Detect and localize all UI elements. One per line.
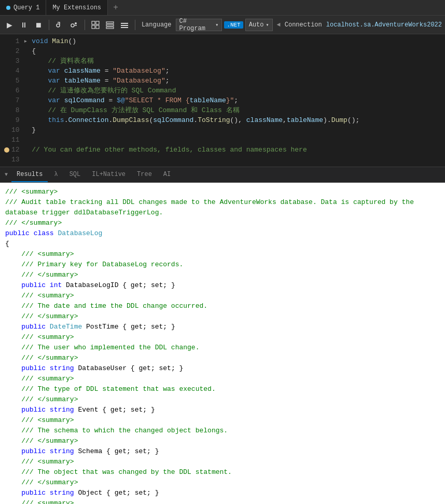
tab-dot — [6, 6, 10, 10]
net-badge: .NET — [224, 21, 243, 29]
code-line-2: { — [24, 46, 440, 56]
code-line-12: // You can define other methods, fields,… — [24, 145, 440, 155]
result-line-16: /// </summary> — [5, 353, 440, 363]
ln-12: 12 — [4, 145, 20, 155]
pause-button[interactable]: ⏸ — [18, 18, 30, 32]
connection-label: Connection — [285, 21, 322, 29]
result-line-12: /// </summary> — [5, 311, 440, 322]
line-numbers: 1 2 3 4 5 6 7 8 9 10 11 12 13 — [0, 36, 24, 165]
result-line-19: /// The type of DDL statement that was e… — [5, 384, 440, 394]
language-dropdown[interactable]: C# Program ▾ — [176, 19, 223, 31]
grid2-button[interactable] — [104, 18, 116, 32]
result-line-27: /// The object that was changed by the D… — [5, 467, 440, 478]
code-area: 1 2 3 4 5 6 7 8 9 10 11 12 13 ▸ void Mai… — [0, 34, 445, 167]
result-line-25: public string Schema { get; set; } — [5, 446, 440, 457]
ln-6: 6 — [4, 86, 20, 96]
code-line-3: // 資料表名稱 — [24, 56, 440, 66]
add-tab-button[interactable]: + — [108, 0, 123, 15]
result-line-6: /// <summary> — [5, 249, 440, 260]
result-line-10: /// <summary> — [5, 291, 440, 301]
ln-9: 9 — [4, 115, 20, 125]
ln-2: 2 — [4, 46, 20, 56]
code-line-7: var sqlCommand = $@"SELECT * FROM {table… — [24, 96, 440, 105]
result-line-8: /// </summary> — [5, 270, 440, 280]
result-line-26: /// <summary> — [5, 457, 440, 467]
code-lines: ▸ void Main() { // 資料表名稱 var className =… — [24, 36, 445, 165]
svg-rect-8 — [106, 24, 114, 26]
result-line-7: /// Primary key for DatabaseLog records. — [5, 260, 440, 270]
svg-rect-5 — [92, 25, 95, 29]
code-line-8: // 在 DumpClass 方法裡放 SQL Command 和 Class … — [24, 105, 440, 115]
separator-1 — [49, 20, 49, 30]
svg-point-1 — [71, 24, 74, 27]
ln-13: 13 — [4, 155, 20, 165]
add-tab-icon: + — [113, 3, 118, 12]
language-label: Language — [142, 21, 172, 29]
code-editor[interactable]: 1 2 3 4 5 6 7 8 9 10 11 12 13 ▸ void Mai… — [0, 34, 445, 167]
results-content: /// <summary> /// Audit table tracking a… — [0, 183, 445, 504]
result-line-9: public int DatabaseLogID { get; set; } — [5, 280, 440, 291]
tab-query1[interactable]: Query 1 — [0, 0, 46, 15]
result-line-18: /// <summary> — [5, 374, 440, 384]
tab-results[interactable]: Results — [11, 167, 48, 182]
tab-lambda[interactable]: λ — [49, 167, 63, 182]
separator-2 — [85, 20, 85, 30]
result-line-17: public string DatabaseUser { get; set; } — [5, 363, 440, 374]
grid-button[interactable] — [89, 18, 102, 32]
svg-point-2 — [75, 22, 77, 24]
tab-extensions[interactable]: My Extensions — [46, 0, 108, 15]
debug1-button[interactable] — [53, 18, 66, 32]
result-line-15: /// The user who implemented the DDL cha… — [5, 343, 440, 353]
auto-arrow-icon: ▾ — [266, 22, 269, 28]
breakpoint-marker — [4, 147, 9, 153]
result-line-20: /// </summary> — [5, 394, 440, 405]
result-line-28: /// </summary> — [5, 478, 440, 488]
connection-value[interactable]: localhost.sa.AdventureWorks2022 — [326, 21, 442, 29]
svg-point-0 — [57, 24, 60, 27]
tab-extensions-label: My Extensions — [52, 4, 101, 11]
ln-4: 4 — [4, 66, 20, 76]
code-line-13 — [24, 155, 440, 165]
code-line-1: ▸ void Main() — [24, 36, 440, 46]
result-line-30: /// <summary> — [5, 498, 440, 504]
code-line-11 — [24, 135, 440, 145]
separator-3 — [135, 20, 135, 30]
auto-dropdown[interactable]: Auto ▾ — [245, 19, 273, 31]
result-line-23: /// The schema to which the changed obje… — [5, 426, 440, 436]
tab-tree[interactable]: Tree — [132, 167, 157, 182]
ln-5: 5 — [4, 76, 20, 86]
ln-10: 10 — [4, 125, 20, 135]
ln-3: 3 — [4, 56, 20, 66]
language-value: C# Program — [179, 18, 214, 32]
connection-area: ◄ Connection localhost.sa.AdventureWorks… — [277, 21, 442, 29]
run-button[interactable]: ▶ — [3, 18, 16, 32]
result-line-24: /// </summary> — [5, 436, 440, 446]
code-line-10: } — [24, 125, 440, 135]
result-line-3: /// </summary> — [5, 218, 440, 228]
result-line-4: public class DatabaseLog — [5, 228, 440, 239]
language-arrow-icon: ▾ — [215, 22, 218, 28]
tab-il-native[interactable]: IL+Native — [87, 167, 131, 182]
result-line-1: /// <summary> — [5, 187, 440, 197]
tab-ai[interactable]: AI — [158, 167, 176, 182]
ln-1: 1 — [4, 36, 20, 46]
code-line-5: var tableName = "DatabaseLog"; — [24, 76, 440, 86]
result-line-14: /// <summary> — [5, 332, 440, 343]
result-line-29: public string Object { get; set; } — [5, 488, 440, 498]
svg-rect-9 — [106, 27, 114, 29]
results-toggle-button[interactable]: ▼ — [2, 171, 10, 179]
svg-rect-3 — [92, 21, 95, 24]
stop-button[interactable]: ⏹ — [32, 18, 45, 32]
svg-rect-11 — [121, 25, 128, 26]
debug2-button[interactable] — [68, 18, 80, 32]
result-line-22: /// <summary> — [5, 415, 440, 426]
svg-rect-10 — [121, 23, 128, 24]
tab-sql[interactable]: SQL — [64, 167, 86, 182]
svg-rect-12 — [121, 27, 128, 28]
result-line-2: /// Audit table tracking all DDL changes… — [5, 197, 440, 218]
result-line-13: public DateTime PostTime { get; set; } — [5, 322, 440, 332]
bar-button[interactable] — [118, 18, 131, 32]
code-line-4: var className = "DatabaseLog"; — [24, 66, 440, 76]
result-line-5: { — [5, 239, 440, 249]
code-line-9: this.Connection.DumpClass(sqlCommand.ToS… — [24, 115, 440, 125]
